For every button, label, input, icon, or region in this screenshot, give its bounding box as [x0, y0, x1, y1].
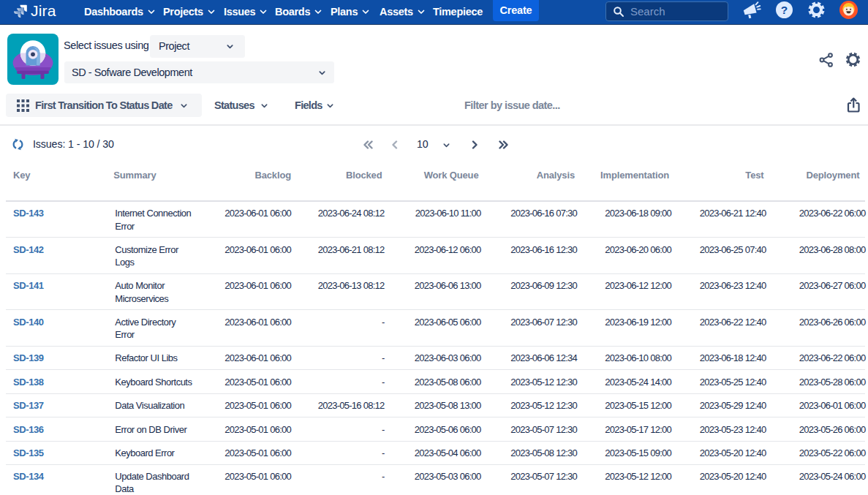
svg-text:?: ? — [781, 4, 788, 16]
